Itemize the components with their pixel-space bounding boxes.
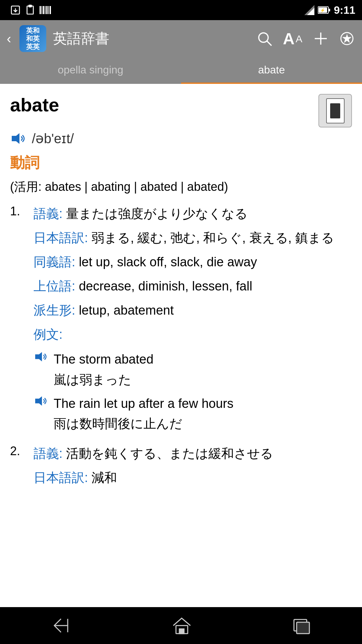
def-label-deriv-1: 派生形:: [34, 303, 75, 317]
svg-point-17: [259, 33, 268, 42]
example-1: The storm abated 嵐は弱まった: [34, 349, 352, 390]
def-label-jpn-1: 日本語訳:: [34, 231, 88, 245]
app-logo: 英和 和英 英英: [19, 25, 46, 52]
pos-label: 動詞: [10, 153, 352, 173]
def-text-hyper-1: decrease, diminish, lessen, fall: [79, 279, 252, 293]
definition-1: 1. 語義: 量または強度がより少なくなる 日本語訳: 弱まる, 緩む, 弛む,…: [10, 204, 352, 437]
example-1-text: The storm abated 嵐は弱まった: [54, 349, 154, 390]
svg-rect-7: [45, 6, 46, 14]
barcode-icon: [40, 5, 52, 15]
def-text-deriv-1: letup, abatement: [79, 303, 174, 317]
def-label-syn-1: 同義語:: [34, 255, 75, 269]
bottom-nav: [0, 607, 362, 644]
word-header: abate: [10, 94, 352, 127]
def-content-2: 語義: 活動を鈍くする、または緩和させる 日本語訳: 減和: [34, 444, 352, 492]
svg-rect-3: [29, 5, 32, 7]
example-1-speaker-icon[interactable]: [34, 351, 49, 363]
definition-2: 2. 語義: 活動を鈍くする、または緩和させる 日本語訳: 減和: [10, 444, 352, 492]
example-2: The rain let up after a few hours 雨は数時間後…: [34, 393, 352, 434]
def-row-gigi-1: 語義: 量または強度がより少なくなる: [34, 204, 352, 223]
toggle-button[interactable]: [318, 94, 352, 127]
svg-text:⚡: ⚡: [320, 8, 325, 13]
status-bar-left: [10, 5, 52, 15]
def-row-syn-1: 同義語: let up, slack off, slack, die away: [34, 253, 352, 272]
word-title: abate: [10, 94, 59, 116]
phonetic-text: /əb'eɪt/: [32, 131, 74, 146]
def-label-gigi-1: 語義:: [34, 207, 63, 221]
def-label-example: 例文:: [34, 327, 63, 341]
def-row-example-label: 例文:: [34, 325, 352, 344]
back-button[interactable]: ‹: [7, 31, 11, 46]
def-row-deriv-1: 派生形: letup, abatement: [34, 301, 352, 320]
font-size-icon[interactable]: A A: [283, 30, 303, 47]
def-text-jpn-1: 弱まる, 緩む, 弛む, 和らぐ, 衰える, 鎮まる: [92, 231, 334, 245]
conjugation-text: (活用: abates | abating | abated | abated): [10, 178, 352, 196]
toggle-inner: [326, 98, 345, 123]
nav-recents-button[interactable]: [279, 610, 324, 641]
nav-back-button[interactable]: [38, 610, 84, 641]
def-text-gigi-1: 量または強度がより少なくなる: [66, 207, 248, 221]
def-text-syn-1: let up, slack off, slack, die away: [79, 255, 257, 269]
app-title: 英語辞書: [53, 29, 249, 48]
svg-marker-26: [35, 396, 42, 406]
tab-bar: opella singing abate: [0, 57, 362, 84]
def-label-gigi-2: 語義:: [34, 446, 63, 461]
battery-icon: ⚡: [318, 6, 330, 14]
example-2-text: The rain let up after a few hours 雨は数時間後…: [54, 393, 234, 434]
def-row-gigi-2: 語義: 活動を鈍くする、または緩和させる: [34, 444, 352, 463]
signal-icon: [304, 5, 314, 15]
tab-previous[interactable]: opella singing: [0, 57, 181, 84]
svg-rect-30: [297, 622, 309, 634]
nav-home-button[interactable]: [159, 610, 204, 641]
svg-rect-8: [46, 6, 48, 14]
svg-rect-9: [48, 6, 49, 14]
def-content-1: 語義: 量または強度がより少なくなる 日本語訳: 弱まる, 緩む, 弛む, 和ら…: [34, 204, 352, 437]
svg-rect-10: [50, 6, 51, 14]
def-text-gigi-2: 活動を鈍くする、または緩和させる: [66, 446, 273, 461]
history-star-icon[interactable]: [339, 30, 355, 47]
download-icon: [10, 5, 21, 15]
def-row-hyper-1: 上位語: decrease, diminish, lessen, fall: [34, 277, 352, 296]
svg-text:A: A: [283, 30, 295, 47]
svg-rect-4: [40, 6, 41, 14]
def-text-jpn-2: 減和: [92, 471, 117, 485]
def-number-2: 2.: [10, 444, 27, 492]
pronunciation-row: /əb'eɪt/: [10, 131, 352, 146]
tab-abate[interactable]: abate: [181, 57, 362, 84]
svg-rect-14: [328, 9, 330, 11]
def-label-jpn-2: 日本語訳:: [34, 471, 88, 485]
search-icon[interactable]: [256, 30, 273, 47]
status-bar-right: ⚡ 9:11: [304, 4, 355, 16]
svg-rect-5: [42, 6, 42, 14]
example-2-speaker-icon[interactable]: [34, 395, 49, 407]
pronunciation-speaker-icon[interactable]: [10, 132, 27, 145]
svg-line-18: [267, 41, 272, 46]
toggle-rect: [330, 103, 340, 118]
app-bar: ‹ 英和 和英 英英 英語辞書 A A: [0, 20, 362, 57]
app-bar-icons: A A: [256, 30, 355, 47]
add-icon[interactable]: [313, 31, 328, 46]
svg-text:A: A: [296, 33, 302, 44]
status-time: 9:11: [334, 4, 355, 16]
svg-rect-6: [43, 6, 44, 14]
clipboard-icon: [25, 5, 36, 15]
def-label-hyper-1: 上位語:: [34, 279, 75, 293]
svg-rect-28: [179, 629, 184, 634]
svg-marker-25: [35, 352, 42, 362]
def-row-jpn-2: 日本語訳: 減和: [34, 468, 352, 487]
status-bar: ⚡ 9:11: [0, 0, 362, 20]
content: abate /əb'eɪt/ 動詞 (活用: abates | abating …: [0, 84, 362, 536]
def-row-jpn-1: 日本語訳: 弱まる, 緩む, 弛む, 和らぐ, 衰える, 鎮まる: [34, 228, 352, 248]
def-number-1: 1.: [10, 204, 27, 437]
svg-marker-24: [12, 133, 19, 144]
